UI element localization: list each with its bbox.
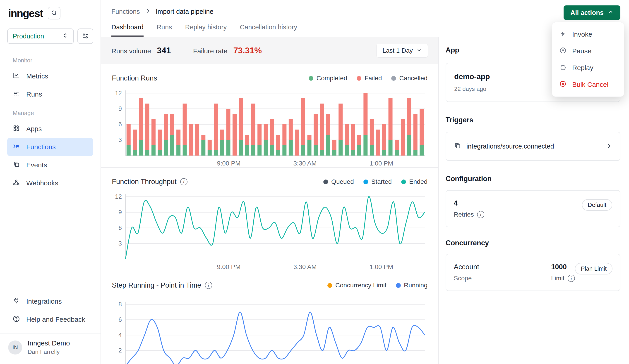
runs-volume-stat: Runs volume 341: [111, 46, 171, 55]
breadcrumb-current: Import data pipeline: [156, 8, 213, 15]
search-button[interactable]: [48, 7, 60, 19]
sidebar-item-metrics[interactable]: Metrics: [7, 67, 93, 85]
info-icon[interactable]: i: [477, 211, 484, 218]
sidebar-item-functions[interactable]: Functions: [7, 138, 93, 156]
concurrency-card: Account Scope 1000 Limit i Plan Limit: [446, 254, 621, 291]
dashboard-main: Runs volume 341 Failure rate 73.31% Last…: [101, 37, 439, 364]
chevron-up-icon: [608, 9, 614, 16]
app-root: inngest Production Monitor: [0, 0, 629, 364]
tab-bar: Dashboard Runs Replay history Cancellati…: [111, 23, 297, 37]
legend-item[interactable]: Failed: [357, 75, 382, 82]
sidebar-item-webhooks[interactable]: Webhooks: [7, 174, 93, 192]
step-running-chart: 2468: [112, 295, 428, 364]
environment-filter-button[interactable]: [77, 28, 93, 44]
sidebar-item-runs[interactable]: Runs: [7, 85, 93, 103]
menu-item-invoke[interactable]: Invoke: [552, 26, 624, 43]
retries-label: Retries: [454, 211, 474, 218]
pause-circle-icon: [560, 47, 566, 55]
time-range-value: Last 1 Day: [382, 47, 413, 54]
info-icon[interactable]: i: [180, 178, 187, 185]
concurrency-limit-label: Limit: [551, 275, 564, 282]
svg-text:8: 8: [118, 301, 122, 308]
legend-dot: [396, 283, 401, 288]
webhook-icon: [13, 179, 20, 188]
sidebar-item-events[interactable]: Events: [7, 156, 93, 174]
sidebar-item-label: Runs: [26, 91, 42, 98]
runs-volume-value: 341: [157, 46, 171, 55]
functions-icon: [13, 143, 20, 152]
legend-dot: [391, 76, 396, 81]
configuration-section-title: Configuration: [446, 175, 621, 183]
svg-text:6: 6: [118, 224, 122, 231]
legend-item[interactable]: Running: [396, 282, 428, 289]
sidebar-item-integrations[interactable]: Integrations: [7, 292, 93, 310]
sidebar-item-apps[interactable]: Apps: [7, 120, 93, 138]
tab-replay-history[interactable]: Replay history: [185, 23, 227, 37]
svg-text:12: 12: [115, 193, 122, 200]
function-throughput-title: Function Throughput i: [112, 178, 187, 186]
menu-item-label: Replay: [572, 64, 593, 72]
topbar: Functions Import data pipeline Dashboard…: [101, 0, 629, 37]
function-runs-title: Function Runs: [112, 74, 157, 82]
info-icon[interactable]: i: [205, 282, 212, 289]
profile-menu[interactable]: IN Inngest Demo Dan Farrelly: [7, 334, 93, 362]
trigger-row[interactable]: integrations/source.connected: [446, 132, 621, 161]
info-icon[interactable]: i: [568, 275, 575, 282]
legend-dot: [401, 180, 406, 184]
concurrency-section-title: Concurrency: [446, 239, 621, 247]
environment-selector[interactable]: Production: [7, 28, 74, 44]
legend-dot: [363, 180, 368, 184]
legend-item[interactable]: Ended: [401, 178, 428, 185]
concurrency-limit-value: 1000: [551, 263, 575, 271]
menu-item-label: Pause: [572, 47, 591, 55]
legend-item[interactable]: Cancelled: [391, 75, 428, 82]
stats-strip: Runs volume 341 Failure rate 73.31% Last…: [101, 37, 438, 64]
chevron-down-icon: [416, 47, 422, 54]
legend-dot: [309, 76, 313, 81]
svg-text:3:30 AM: 3:30 AM: [294, 160, 317, 167]
plug-icon: [13, 297, 20, 306]
breadcrumb-functions[interactable]: Functions: [111, 8, 140, 15]
svg-text:3:30 AM: 3:30 AM: [294, 263, 317, 271]
apps-grid-icon: [13, 125, 20, 133]
sidebar-item-label: Webhooks: [26, 179, 58, 187]
failure-rate-stat: Failure rate 73.31%: [193, 46, 262, 55]
legend-item[interactable]: Started: [363, 178, 392, 185]
svg-text:3: 3: [118, 240, 122, 247]
menu-item-bulk-cancel[interactable]: Bulk Cancel: [552, 76, 624, 93]
sidebar-item-label: Apps: [26, 125, 42, 133]
chevron-right-icon: [606, 142, 612, 150]
failure-rate-value: 73.31%: [233, 46, 262, 55]
svg-text:4: 4: [118, 332, 122, 339]
sidebar-nav: Monitor Metrics Runs Manage Apps: [7, 51, 93, 192]
legend-item[interactable]: Completed: [309, 75, 347, 82]
breadcrumb: Functions Import data pipeline: [101, 0, 629, 15]
menu-item-replay[interactable]: Replay: [552, 59, 624, 76]
menu-item-label: Bulk Cancel: [572, 81, 608, 89]
function-runs-section: Function Runs CompletedFailedCancelled 3…: [101, 64, 438, 168]
function-throughput-chart: 369129:00 PM3:30 AM1:00 PM: [112, 192, 428, 271]
menu-item-pause[interactable]: Pause: [552, 43, 624, 59]
sidebar-item-help[interactable]: Help and Feedback: [7, 310, 93, 329]
tab-cancellation-history[interactable]: Cancellation history: [240, 23, 297, 37]
legend-dot: [357, 76, 361, 81]
sidebar-item-label: Metrics: [26, 72, 48, 80]
step-running-section: Step Running - Point in Time i Concurren…: [101, 271, 438, 364]
help-circle-icon: [13, 315, 20, 324]
svg-text:1:00 PM: 1:00 PM: [369, 160, 393, 167]
retries-card: 4 Retries i Default: [446, 190, 621, 227]
chevron-updown-icon: [62, 32, 68, 40]
time-range-selector[interactable]: Last 1 Day: [376, 44, 428, 58]
svg-text:9: 9: [118, 105, 122, 112]
svg-text:9:00 PM: 9:00 PM: [217, 160, 240, 167]
svg-text:9:00 PM: 9:00 PM: [217, 263, 240, 271]
all-actions-button[interactable]: All actions: [564, 5, 621, 20]
inngest-logo: inngest: [8, 7, 43, 19]
svg-text:1:00 PM: 1:00 PM: [369, 263, 393, 271]
step-running-title: Step Running - Point in Time i: [112, 281, 212, 289]
legend-item[interactable]: Queued: [323, 178, 354, 185]
tab-dashboard[interactable]: Dashboard: [111, 23, 144, 37]
legend-item[interactable]: Concurrency Limit: [327, 282, 386, 289]
tab-runs[interactable]: Runs: [157, 23, 172, 37]
retries-value: 4: [454, 199, 484, 207]
